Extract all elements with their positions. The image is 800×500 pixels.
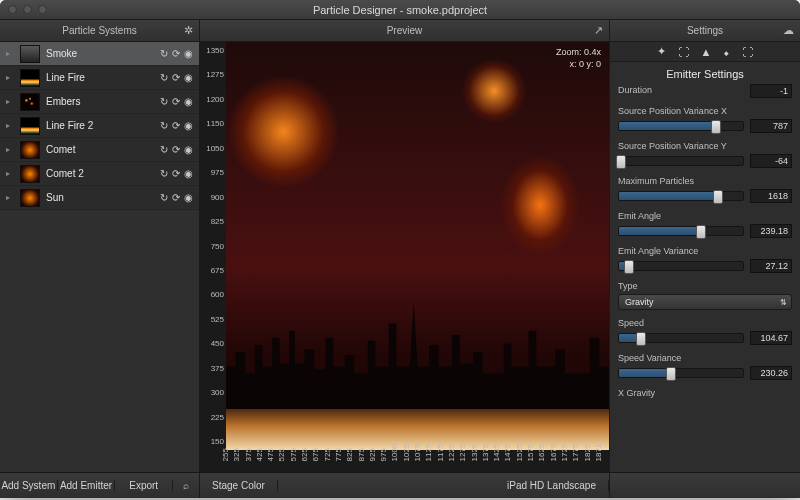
device-button[interactable]: iPad HD Landscape — [495, 480, 609, 491]
type-label: Type — [618, 281, 792, 291]
ruler-tick: 1425 — [492, 452, 501, 462]
tab-emitter-icon[interactable]: ✦ — [657, 45, 666, 58]
disclosure-icon[interactable]: ▸ — [6, 145, 14, 154]
refresh-icon[interactable]: ⟳ — [172, 144, 180, 155]
slider-value[interactable]: -64 — [750, 154, 792, 168]
tab-misc-icon[interactable]: ⛶ — [742, 46, 753, 58]
system-name: Comet — [46, 144, 154, 155]
slider-track[interactable] — [618, 156, 744, 166]
ruler-tick: 300 — [200, 388, 224, 397]
disclosure-icon[interactable]: ▸ — [6, 49, 14, 58]
tab-color-icon[interactable]: ▲ — [701, 46, 712, 58]
refresh-icon[interactable]: ⟳ — [172, 96, 180, 107]
add-emitter-button[interactable]: Add Emitter — [58, 480, 116, 491]
disclosure-icon[interactable]: ▸ — [6, 169, 14, 178]
visibility-icon[interactable]: ◉ — [184, 48, 193, 59]
search-button[interactable]: ⌕ — [173, 480, 199, 491]
visibility-icon[interactable]: ◉ — [184, 144, 193, 155]
gear-icon[interactable]: ✲ — [184, 24, 193, 37]
disclosure-icon[interactable]: ▸ — [6, 97, 14, 106]
replay-icon[interactable]: ↻ — [160, 192, 168, 203]
slider-value[interactable]: 27.12 — [750, 259, 792, 273]
ruler-tick: 1725 — [559, 452, 568, 462]
field-slider: Speed Variance230.26 — [618, 353, 792, 380]
minimize-icon[interactable] — [23, 5, 32, 14]
type-select[interactable]: Gravity — [618, 294, 792, 310]
disclosure-icon[interactable]: ▸ — [6, 121, 14, 130]
replay-icon[interactable]: ↻ — [160, 144, 168, 155]
preview-canvas[interactable]: Zoom: 0.4x x: 0 y: 0 1350127512001150105… — [200, 42, 609, 472]
system-row[interactable]: ▸Embers↻⟳◉ — [0, 90, 199, 114]
ruler-tick: 750 — [200, 242, 224, 251]
system-row[interactable]: ▸Comet 2↻⟳◉ — [0, 162, 199, 186]
slider-knob[interactable] — [696, 225, 706, 239]
ruler-tick: 1150 — [200, 119, 224, 128]
visibility-icon[interactable]: ◉ — [184, 192, 193, 203]
refresh-icon[interactable]: ⟳ — [172, 120, 180, 131]
system-row[interactable]: ▸Line Fire↻⟳◉ — [0, 66, 199, 90]
share-icon[interactable]: ↗ — [594, 24, 603, 37]
replay-icon[interactable]: ↻ — [160, 168, 168, 179]
refresh-icon[interactable]: ⟳ — [172, 168, 180, 179]
field-slider: Speed104.67 — [618, 318, 792, 345]
duration-value[interactable]: -1 — [750, 84, 792, 98]
tab-texture-icon[interactable]: ⬥ — [723, 46, 730, 58]
visibility-icon[interactable]: ◉ — [184, 120, 193, 131]
slider-track[interactable] — [618, 261, 744, 271]
slider-value[interactable]: 230.26 — [750, 366, 792, 380]
slider-track[interactable] — [618, 333, 744, 343]
cloud-icon[interactable]: ☁ — [783, 24, 794, 37]
visibility-icon[interactable]: ◉ — [184, 72, 193, 83]
slider-value[interactable]: 1618 — [750, 189, 792, 203]
slider-track[interactable] — [618, 191, 744, 201]
system-row[interactable]: ▸Comet↻⟳◉ — [0, 138, 199, 162]
slider-knob[interactable] — [666, 367, 676, 381]
replay-icon[interactable]: ↻ — [160, 48, 168, 59]
slider-track[interactable] — [618, 226, 744, 236]
ruler-tick: 1325 — [469, 452, 478, 462]
titlebar[interactable]: Particle Designer - smoke.pdproject — [0, 0, 800, 20]
close-icon[interactable] — [8, 5, 17, 14]
ruler-tick: 425 — [254, 452, 263, 462]
ruler-tick: 975 — [379, 452, 388, 462]
disclosure-icon[interactable]: ▸ — [6, 193, 14, 202]
visibility-icon[interactable]: ◉ — [184, 96, 193, 107]
slider-track[interactable] — [618, 121, 744, 131]
system-thumb — [20, 45, 40, 63]
replay-icon[interactable]: ↻ — [160, 96, 168, 107]
export-button[interactable]: Export — [115, 480, 173, 491]
coord-label: x: 0 y: 0 — [556, 58, 601, 70]
add-system-button[interactable]: Add System — [0, 480, 58, 491]
slider-knob[interactable] — [624, 260, 634, 274]
zoom-icon[interactable] — [38, 5, 47, 14]
refresh-icon[interactable]: ⟳ — [172, 192, 180, 203]
settings-scroll[interactable]: Duration -1 Source Position Variance X78… — [610, 84, 800, 472]
slider-knob[interactable] — [713, 190, 723, 204]
replay-icon[interactable]: ↻ — [160, 72, 168, 83]
slider-value[interactable]: 787 — [750, 119, 792, 133]
ruler-tick: 625 — [300, 452, 309, 462]
slider-label: Source Position Variance Y — [618, 141, 792, 151]
slider-value[interactable]: 239.18 — [750, 224, 792, 238]
stage[interactable] — [226, 42, 609, 450]
ruler-tick: 475 — [266, 452, 275, 462]
stage-color-button[interactable]: Stage Color — [200, 480, 278, 491]
disclosure-icon[interactable]: ▸ — [6, 73, 14, 82]
slider-knob[interactable] — [636, 332, 646, 346]
slider-knob[interactable] — [616, 155, 626, 169]
visibility-icon[interactable]: ◉ — [184, 168, 193, 179]
slider-track[interactable] — [618, 368, 744, 378]
system-row[interactable]: ▸Smoke↻⟳◉ — [0, 42, 199, 66]
refresh-icon[interactable]: ⟳ — [172, 72, 180, 83]
ruler-tick: 1775 — [571, 452, 580, 462]
system-row[interactable]: ▸Line Fire 2↻⟳◉ — [0, 114, 199, 138]
header-left-label: Particle Systems — [62, 25, 136, 36]
slider-knob[interactable] — [711, 120, 721, 134]
slider-value[interactable]: 104.67 — [750, 331, 792, 345]
slider-label: Maximum Particles — [618, 176, 792, 186]
refresh-icon[interactable]: ⟳ — [172, 48, 180, 59]
system-row[interactable]: ▸Sun↻⟳◉ — [0, 186, 199, 210]
ruler-tick: 775 — [333, 452, 342, 462]
replay-icon[interactable]: ↻ — [160, 120, 168, 131]
tab-particle-icon[interactable]: ⛶ — [678, 46, 689, 58]
